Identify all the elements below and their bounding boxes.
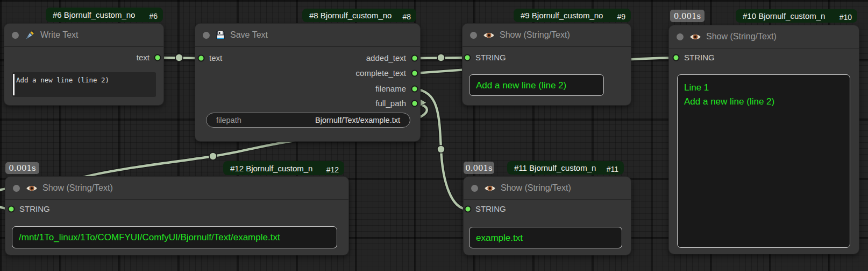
node-title: Show (String/Text): [706, 32, 777, 41]
link-midpoint-dot: [437, 145, 445, 153]
input-port-string[interactable]: [673, 54, 680, 61]
node-show-string-11[interactable]: Show (String/Text) STRING example.txt: [464, 177, 631, 255]
eye-icon: [26, 184, 38, 192]
node-show-string-10[interactable]: Show (String/Text) STRING Line 1 Add a n…: [669, 25, 859, 254]
node-header: Show (String/Text): [5, 177, 348, 200]
node-show-string-12[interactable]: Show (String/Text) STRING /mnt/1To_linux…: [5, 177, 348, 255]
output-label-full-path: full_path: [375, 99, 406, 108]
execution-time-badge: 0.001s: [464, 162, 494, 174]
input-label-string: STRING: [475, 53, 506, 62]
eye-icon: [484, 184, 496, 192]
show-text-value: example.txt: [476, 233, 523, 243]
output-port-complete-text[interactable]: [411, 70, 418, 77]
show-text-value: /mnt/1To_linux/1To/COMFYUI/ComfyUI/Bjorn…: [19, 232, 280, 242]
node-title-badge: #10 Bjornulf_custom_n #10: [736, 9, 857, 23]
collapse-dot[interactable]: [12, 32, 19, 39]
node-header: Show (String/Text): [669, 25, 859, 48]
output-port-filename[interactable]: [411, 86, 418, 93]
show-text-box[interactable]: Line 1 Add a new line (line 2): [677, 74, 850, 248]
execution-time-badge: 0.001s: [670, 10, 705, 22]
node-title-badge: #6 Bjornulf_custom_no #6: [46, 8, 163, 22]
node-save-text[interactable]: Save Text text added_text complete_text …: [195, 24, 420, 141]
node-title: Save Text: [230, 30, 268, 40]
input-label-string: STRING: [19, 205, 50, 213]
show-text-box[interactable]: example.txt: [469, 227, 622, 248]
link-midpoint-dot: [209, 152, 217, 160]
output-label-added-text: added_text: [366, 54, 406, 62]
badge-title: #11 Bjornulf_custom_n: [514, 163, 596, 172]
badge-node-id: #10: [839, 13, 852, 22]
output-label-text: text: [137, 53, 150, 62]
node-header: Save Text: [195, 24, 420, 47]
eye-icon: [483, 31, 495, 39]
node-title: Show (String/Text): [500, 30, 570, 40]
node-graph-canvas[interactable]: #6 Bjornulf_custom_no #6 Write Text text…: [0, 0, 868, 271]
input-label-string: STRING: [475, 205, 506, 213]
badge-node-id: #12: [326, 165, 339, 174]
output-label-complete-text: complete_text: [356, 69, 406, 78]
badge-node-id: #8: [402, 12, 411, 21]
output-port-text[interactable]: [154, 54, 161, 61]
collapse-dot[interactable]: [13, 185, 20, 192]
floppy-icon: [216, 30, 225, 40]
collapse-dot[interactable]: [203, 32, 210, 39]
show-text-value: Line 1 Add a new line (line 2): [684, 82, 774, 107]
badge-node-id: #9: [617, 12, 625, 21]
node-title: Write Text: [40, 30, 79, 40]
node-title-badge: #9 Bjornulf_custom_no #9: [514, 9, 631, 22]
collapse-dot[interactable]: [471, 185, 478, 192]
widget-value: Bjornulf/Text/example.txt: [315, 116, 400, 124]
node-show-string-9[interactable]: Show (String/Text) STRING Add a new line…: [463, 24, 631, 105]
output-port-full-path[interactable]: [411, 100, 418, 107]
textarea-value: Add a new line (line 2): [16, 76, 109, 84]
input-port-text[interactable]: [198, 55, 205, 62]
show-text-value: Add a new line (line 2): [476, 80, 566, 91]
node-title-badge: #11 Bjornulf_custom_n #11: [507, 161, 624, 175]
input-label-string: STRING: [684, 53, 715, 62]
node-title: Show (String/Text): [501, 183, 571, 193]
collapse-dot[interactable]: [677, 33, 684, 40]
node-title-badge: #12 Bjornulf_custom_n #12: [223, 161, 344, 175]
node-header: Write Text: [4, 24, 163, 47]
node-header: Show (String/Text): [463, 24, 631, 47]
filepath-widget[interactable]: filepath Bjornulf/Text/example.txt: [206, 113, 410, 128]
badge-title: #6 Bjornulf_custom_no: [53, 10, 135, 19]
text-caret: [13, 74, 15, 95]
widget-label: filepath: [216, 116, 241, 124]
show-text-box[interactable]: /mnt/1To_linux/1To/COMFYUI/ComfyUI/Bjorn…: [12, 226, 337, 248]
input-label-text: text: [209, 54, 222, 62]
badge-node-id: #6: [149, 12, 158, 20]
input-port-string[interactable]: [465, 206, 472, 213]
badge-title: #9 Bjornulf_custom_no: [521, 11, 603, 20]
badge-node-id: #11: [607, 165, 618, 173]
execution-time-badge: 0.001s: [5, 162, 39, 174]
node-title: Show (String/Text): [42, 183, 113, 193]
eye-icon: [689, 33, 701, 41]
link-midpoint-dot: [175, 54, 183, 61]
node-title-badge: #8 Bjornulf_custom_no #8: [302, 9, 416, 22]
link-midpoint-dot: [437, 54, 445, 61]
output-label-filename: filename: [375, 85, 406, 93]
text-input-area[interactable]: Add a new line (line 2): [12, 72, 156, 97]
node-write-text[interactable]: Write Text text Add a new line (line 2): [4, 24, 163, 105]
output-port-added-text[interactable]: [411, 55, 418, 62]
badge-title: #8 Bjornulf_custom_no: [309, 11, 392, 20]
node-header: Show (String/Text): [464, 177, 631, 200]
collapse-dot[interactable]: [470, 32, 477, 39]
show-text-box[interactable]: Add a new line (line 2): [469, 74, 604, 96]
badge-title: #12 Bjornulf_custom_n: [230, 164, 312, 173]
pen-icon: [25, 30, 35, 40]
badge-title: #10 Bjornulf_custom_n: [743, 11, 825, 20]
input-port-string[interactable]: [464, 54, 471, 61]
input-port-string[interactable]: [8, 206, 15, 213]
